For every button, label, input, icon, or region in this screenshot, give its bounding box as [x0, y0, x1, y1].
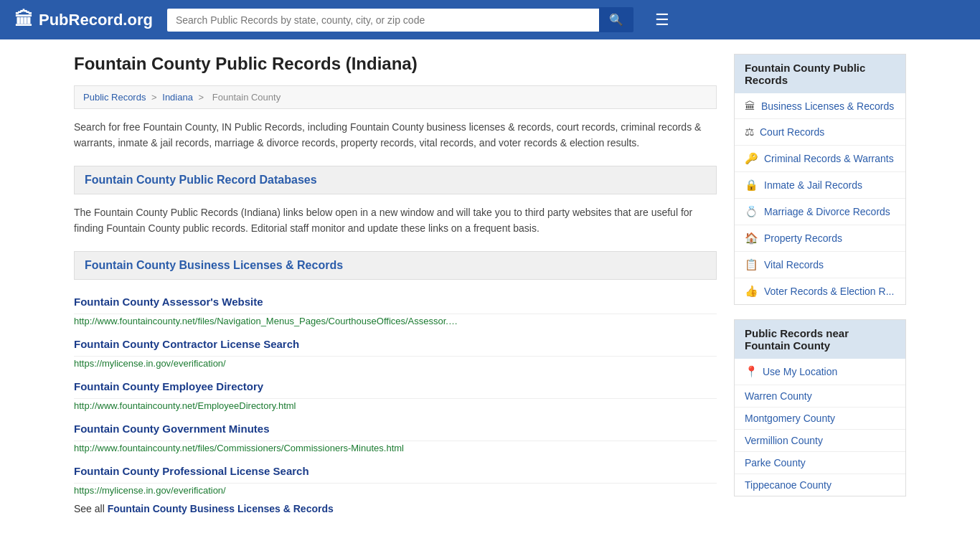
- nearby-county-link[interactable]: Vermillion County: [735, 430, 905, 452]
- breadcrumb-sep-2: >: [199, 92, 207, 103]
- breadcrumb-sep-1: >: [151, 92, 159, 103]
- record-title[interactable]: Fountain County Contractor License Searc…: [74, 332, 717, 357]
- sidebar-items-list: 🏛Business Licenses & Records⚖Court Recor…: [735, 93, 905, 304]
- record-item: Fountain County Contractor License Searc…: [74, 332, 717, 369]
- nearby-county-link[interactable]: Warren County: [735, 385, 905, 408]
- logo[interactable]: 🏛 PubRecord.org: [14, 9, 153, 31]
- sidebar-record-link[interactable]: 📋Vital Records: [735, 252, 905, 278]
- see-all: See all Fountain County Business License…: [74, 503, 717, 514]
- record-title[interactable]: Fountain County Government Minutes: [74, 417, 717, 441]
- record-url[interactable]: https://mylicense.in.gov/everification/: [74, 485, 717, 496]
- sidebar-record-label: Business Licenses & Records: [761, 100, 894, 112]
- records-list: Fountain County Assessor's Website http:…: [74, 290, 717, 496]
- sidebar-record-label: Inmate & Jail Records: [764, 179, 862, 191]
- sidebar-record-label: Voter Records & Election R...: [764, 286, 894, 297]
- sidebar-record-label: Vital Records: [764, 259, 824, 270]
- sidebar-record-link[interactable]: 💍Marriage & Divorce Records: [735, 199, 905, 225]
- logo-text: PubRecord.org: [39, 11, 153, 29]
- record-title[interactable]: Fountain County Assessor's Website: [74, 290, 717, 314]
- record-url[interactable]: http://www.fountaincounty.net/EmployeeDi…: [74, 400, 717, 411]
- intro-text: Search for free Fountain County, IN Publ…: [74, 119, 717, 151]
- sidebar-record-label: Criminal Records & Warrants: [764, 153, 894, 164]
- record-item: Fountain County Employee Directory http:…: [74, 375, 717, 411]
- search-input[interactable]: [167, 9, 599, 32]
- sidebar-record-icon: 🔑: [745, 152, 758, 165]
- record-item: Fountain County Assessor's Website http:…: [74, 290, 717, 326]
- sidebar-record-link[interactable]: 🔒Inmate & Jail Records: [735, 172, 905, 199]
- main-layout: Fountain County Public Records (Indiana)…: [60, 39, 920, 536]
- sidebar: Fountain County Public Records 🏛Business…: [734, 54, 906, 514]
- main-content: Fountain County Public Records (Indiana)…: [74, 54, 717, 514]
- nearby-county-link[interactable]: Montgomery County: [735, 408, 905, 430]
- sidebar-public-records-title: Fountain County Public Records: [735, 55, 905, 93]
- sidebar-record-icon: 📋: [745, 258, 758, 271]
- record-item: Fountain County Professional License Sea…: [74, 459, 717, 496]
- nearby-county-link[interactable]: Tippecanoe County: [735, 474, 905, 496]
- search-area: 🔍: [167, 7, 633, 32]
- sidebar-record-link[interactable]: 🔑Criminal Records & Warrants: [735, 146, 905, 172]
- sidebar-record-link[interactable]: 🏠Property Records: [735, 225, 905, 252]
- see-all-prefix: See all: [74, 503, 108, 514]
- sidebar-record-link[interactable]: 👍Voter Records & Election R...: [735, 278, 905, 304]
- site-header: 🏛 PubRecord.org 🔍 ☰: [0, 0, 980, 39]
- record-title[interactable]: Fountain County Professional License Sea…: [74, 459, 717, 484]
- record-title[interactable]: Fountain County Employee Directory: [74, 375, 717, 399]
- sidebar-record-icon: 🏛: [745, 100, 755, 112]
- sidebar-record-link[interactable]: ⚖Court Records: [735, 119, 905, 146]
- page-title: Fountain County Public Records (Indiana): [74, 54, 717, 74]
- sidebar-record-icon: 👍: [745, 285, 758, 298]
- public-records-box: Fountain County Public Records 🏛Business…: [734, 54, 906, 305]
- record-url[interactable]: http://www.fountaincounty.net/files/Navi…: [74, 316, 717, 326]
- use-location-label: Use My Location: [763, 366, 837, 377]
- sidebar-record-icon: 🔒: [745, 179, 758, 192]
- record-url[interactable]: http://www.fountaincounty.net/files/Comm…: [74, 443, 717, 453]
- breadcrumb: Public Records > Indiana > Fountain Coun…: [74, 85, 717, 109]
- sidebar-record-label: Marriage & Divorce Records: [764, 206, 890, 217]
- record-item: Fountain County Government Minutes http:…: [74, 417, 717, 453]
- business-section-header: Fountain County Business Licenses & Reco…: [74, 251, 717, 280]
- sidebar-record-label: Property Records: [764, 232, 842, 244]
- see-all-link[interactable]: Fountain County Business Licenses & Reco…: [108, 503, 334, 514]
- db-section-text: The Fountain County Public Records (Indi…: [74, 204, 717, 237]
- breadcrumb-link-indiana[interactable]: Indiana: [162, 92, 193, 103]
- sidebar-record-icon: 💍: [745, 205, 758, 218]
- nearby-counties-list: Warren CountyMontgomery CountyVermillion…: [735, 385, 905, 496]
- sidebar-record-link[interactable]: 🏛Business Licenses & Records: [735, 93, 905, 119]
- location-icon: 📍: [745, 365, 758, 378]
- breadcrumb-current: Fountain County: [212, 92, 281, 103]
- nearby-county-link[interactable]: Parke County: [735, 452, 905, 474]
- use-location[interactable]: 📍 Use My Location: [735, 359, 905, 385]
- breadcrumb-link-public-records[interactable]: Public Records: [83, 92, 146, 103]
- record-url[interactable]: https://mylicense.in.gov/everification/: [74, 358, 717, 369]
- sidebar-record-icon: ⚖: [745, 126, 754, 138]
- db-section-header: Fountain County Public Record Databases: [74, 166, 717, 194]
- nearby-title: Public Records near Fountain County: [735, 320, 905, 359]
- nearby-box: Public Records near Fountain County 📍 Us…: [734, 319, 906, 496]
- logo-icon: 🏛: [14, 9, 33, 31]
- sidebar-record-icon: 🏠: [745, 232, 758, 245]
- sidebar-record-label: Court Records: [760, 126, 824, 138]
- search-button[interactable]: 🔍: [599, 7, 633, 32]
- menu-button[interactable]: ☰: [655, 11, 669, 29]
